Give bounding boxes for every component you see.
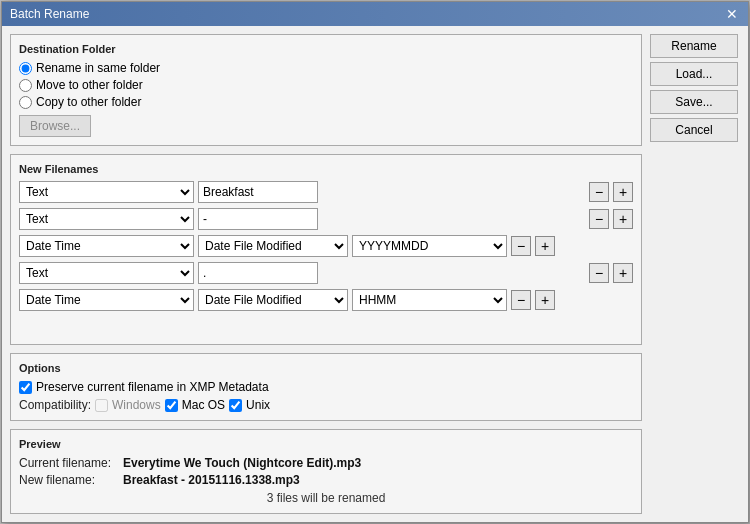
options-section: Options Preserve current filename in XMP… [10, 353, 642, 421]
preview-info: 3 files will be renamed [19, 491, 633, 505]
minus-button-3[interactable]: − [511, 236, 531, 256]
preserve-checkbox[interactable] [19, 381, 32, 394]
type-select-5[interactable]: TextDate TimeCounterOriginal NameExtensi… [19, 289, 194, 311]
minus-button-1[interactable]: − [589, 182, 609, 202]
filename-row-4: TextDate TimeCounterOriginal NameExtensi… [19, 262, 633, 284]
type-select-4[interactable]: TextDate TimeCounterOriginal NameExtensi… [19, 262, 194, 284]
minus-button-4[interactable]: − [589, 263, 609, 283]
current-filename-row: Current filename: Everytime We Touch (Ni… [19, 456, 633, 470]
format-select-5[interactable]: HHMMHH-MM-SSHHMMSS [352, 289, 507, 311]
filename-row-2: TextDate TimeCounterOriginal NameExtensi… [19, 208, 633, 230]
macos-checkbox[interactable] [165, 399, 178, 412]
preview-section: Preview Current filename: Everytime We T… [10, 429, 642, 514]
new-filename-row: New filename: Breakfast - 20151116.1338.… [19, 473, 633, 487]
text-input-2[interactable] [198, 208, 318, 230]
preserve-row: Preserve current filename in XMP Metadat… [19, 380, 633, 394]
type-select-3[interactable]: TextDate TimeCounterOriginal NameExtensi… [19, 235, 194, 257]
minus-button-5[interactable]: − [511, 290, 531, 310]
type-select-2[interactable]: TextDate TimeCounterOriginal NameExtensi… [19, 208, 194, 230]
load-button[interactable]: Load... [650, 62, 738, 86]
compatibility-label: Compatibility: [19, 398, 91, 412]
plus-button-4[interactable]: + [613, 263, 633, 283]
preview-title: Preview [19, 438, 633, 450]
format-select-3[interactable]: YYYYMMDDYYYY-MM-DDMMDDYYYYDD-MM-YYYY [352, 235, 507, 257]
windows-label[interactable]: Windows [95, 398, 161, 412]
new-filename-label: New filename: [19, 473, 119, 487]
text-input-1[interactable] [198, 181, 318, 203]
macos-label[interactable]: Mac OS [165, 398, 225, 412]
new-filename-value: Breakfast - 20151116.1338.mp3 [123, 473, 300, 487]
plus-button-5[interactable]: + [535, 290, 555, 310]
unix-label[interactable]: Unix [229, 398, 270, 412]
cancel-button[interactable]: Cancel [650, 118, 738, 142]
options-title: Options [19, 362, 633, 374]
close-button[interactable]: ✕ [724, 7, 740, 21]
destination-title: Destination Folder [19, 43, 633, 55]
title-bar: Batch Rename ✕ [2, 2, 748, 26]
filenames-title: New Filenames [19, 163, 633, 175]
dialog-title: Batch Rename [10, 7, 89, 21]
save-button[interactable]: Save... [650, 90, 738, 114]
minus-button-2[interactable]: − [589, 209, 609, 229]
batch-rename-dialog: Batch Rename ✕ Destination Folder Rename… [1, 1, 749, 523]
type-select-1[interactable]: TextDate TimeCounterOriginal NameExtensi… [19, 181, 194, 203]
filename-row-5: TextDate TimeCounterOriginal NameExtensi… [19, 289, 633, 311]
radio-move-folder[interactable]: Move to other folder [19, 78, 633, 92]
right-panel: Rename Load... Save... Cancel [650, 34, 740, 514]
current-filename-value: Everytime We Touch (Nightcore Edit).mp3 [123, 456, 361, 470]
filenames-section: New Filenames TextDate TimeCounterOrigin… [10, 154, 642, 345]
plus-button-2[interactable]: + [613, 209, 633, 229]
left-panel: Destination Folder Rename in same folder… [10, 34, 642, 514]
plus-button-3[interactable]: + [535, 236, 555, 256]
date-type-select-5[interactable]: Date File ModifiedDate File CreatedDate/… [198, 289, 348, 311]
windows-checkbox[interactable] [95, 399, 108, 412]
filename-row-3: TextDate TimeCounterOriginal NameExtensi… [19, 235, 633, 257]
filename-row-1: TextDate TimeCounterOriginal NameExtensi… [19, 181, 633, 203]
radio-same-folder[interactable]: Rename in same folder [19, 61, 633, 75]
preserve-label[interactable]: Preserve current filename in XMP Metadat… [19, 380, 269, 394]
radio-copy-folder[interactable]: Copy to other folder [19, 95, 633, 109]
text-input-4[interactable] [198, 262, 318, 284]
date-type-select-3[interactable]: Date File ModifiedDate File CreatedDate/… [198, 235, 348, 257]
plus-button-1[interactable]: + [613, 182, 633, 202]
unix-checkbox[interactable] [229, 399, 242, 412]
browse-button[interactable]: Browse... [19, 115, 91, 137]
destination-section: Destination Folder Rename in same folder… [10, 34, 642, 146]
rename-button[interactable]: Rename [650, 34, 738, 58]
destination-radio-group: Rename in same folder Move to other fold… [19, 61, 633, 109]
compatibility-row: Compatibility: Windows Mac OS Unix [19, 398, 633, 412]
current-filename-label: Current filename: [19, 456, 119, 470]
